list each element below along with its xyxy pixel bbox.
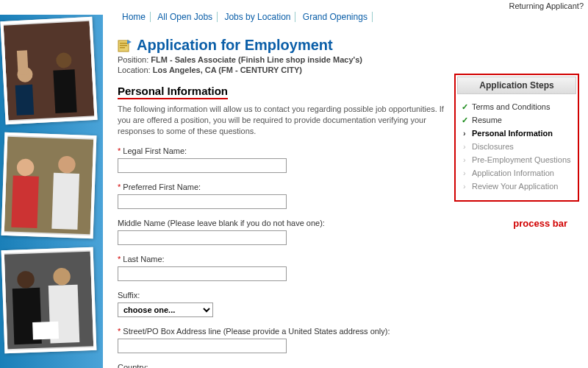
position-line: Position: FLM - Sales Associate (Finish … [118, 55, 456, 64]
nav-grand-openings[interactable]: Grand Openings [298, 12, 373, 22]
svg-rect-5 [17, 50, 29, 74]
nav-jobs-by-location[interactable]: Jobs by Location [220, 12, 295, 22]
preferred-first-name-input[interactable] [118, 194, 287, 209]
sidebar-photos [0, 15, 103, 368]
application-steps-title: Application Steps [457, 77, 576, 94]
suffix-select[interactable]: choose one... [118, 302, 213, 317]
step-item[interactable]: Review Your Application [462, 180, 573, 193]
field-label: Country: [118, 363, 148, 368]
nav-all-open-jobs[interactable]: All Open Jobs [153, 12, 218, 22]
field-country: Country: United States of America [118, 362, 456, 368]
svg-rect-2 [53, 69, 76, 113]
street-input[interactable] [118, 339, 287, 353]
last-name-input[interactable] [118, 266, 287, 281]
field-label: Street/PO Box Address line (Please provi… [123, 327, 390, 336]
legal-first-name-input[interactable] [118, 158, 287, 173]
field-label: Preferred First Name: [123, 183, 201, 191]
page-title: Application for Employment [137, 37, 333, 54]
svg-rect-16 [32, 322, 59, 340]
svg-rect-8 [51, 173, 79, 230]
svg-rect-20 [120, 47, 125, 49]
field-middle-name: Middle Name (Please leave blank if you d… [118, 218, 456, 245]
form-icon [118, 39, 132, 52]
field-suffix: Suffix: choose one... [118, 290, 456, 317]
sidebar-photo [1, 247, 97, 353]
top-nav: Home All Open Jobs Jobs by Location Gran… [118, 12, 373, 22]
field-label: Middle Name (Please leave blank if you d… [118, 219, 325, 227]
main-content: Application for Employment Position: FLM… [118, 37, 456, 368]
step-item[interactable]: Personal Information [462, 127, 573, 140]
field-label: Suffix: [118, 291, 140, 300]
svg-rect-7 [11, 176, 39, 228]
returning-applicant-label: Returning Applicant? [509, 1, 584, 10]
svg-rect-19 [120, 45, 127, 46]
returning-applicant-link[interactable]: Returning Applicant? [509, 1, 584, 10]
section-heading: Personal Information [118, 85, 228, 99]
process-bar-annotation: process bar [513, 218, 567, 229]
field-label: Last Name: [123, 255, 164, 263]
middle-name-input[interactable] [118, 230, 287, 245]
field-preferred-first-name: * Preferred First Name: [118, 182, 456, 209]
application-steps-box: Application Steps Terms and Conditions R… [454, 74, 579, 202]
field-last-name: * Last Name: [118, 254, 456, 281]
svg-rect-18 [120, 43, 127, 44]
svg-rect-1 [15, 85, 35, 116]
step-item[interactable]: Pre-Employment Questions [462, 153, 573, 166]
section-description: The following information will allow us … [118, 104, 456, 137]
nav-home[interactable]: Home [118, 12, 151, 22]
sidebar-photo [0, 17, 97, 124]
field-street: * Street/PO Box Address line (Please pro… [118, 326, 456, 353]
location-line: Location: Los Angeles, CA (FM - CENTURY … [118, 66, 456, 74]
field-label: Legal First Name: [123, 146, 187, 155]
step-item[interactable]: Disclosures [462, 140, 573, 153]
step-item[interactable]: Application Information [462, 166, 573, 180]
step-item[interactable]: Resume [462, 113, 573, 127]
step-item[interactable]: Terms and Conditions [462, 100, 573, 113]
sidebar-photo [1, 132, 97, 238]
application-steps-list: Terms and Conditions Resume Personal Inf… [457, 100, 576, 193]
field-legal-first-name: * Legal First Name: [118, 146, 456, 173]
